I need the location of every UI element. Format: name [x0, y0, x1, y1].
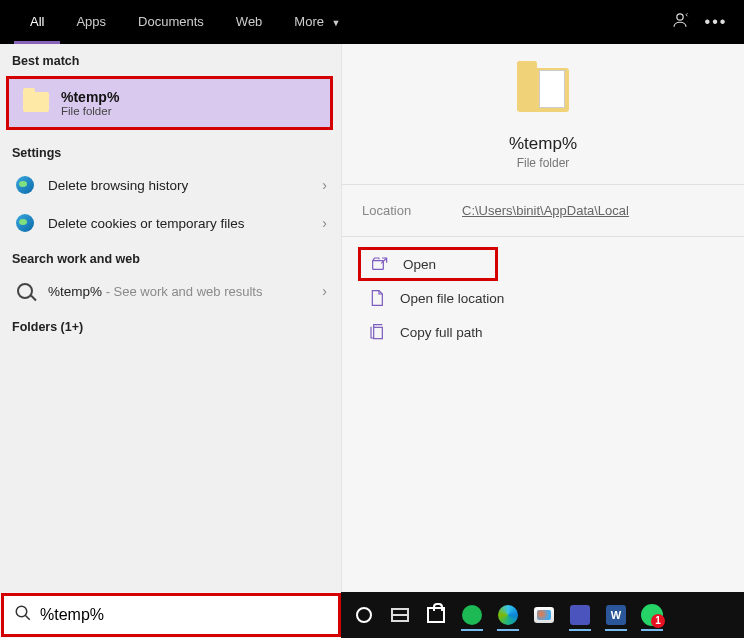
action-copy-full-path[interactable]: Copy full path: [358, 315, 728, 349]
taskbar-cortana[interactable]: [347, 598, 381, 632]
notification-badge: 1: [651, 614, 665, 628]
filter-tab-apps[interactable]: Apps: [60, 0, 122, 44]
settings-item-delete-history[interactable]: Delete browsing history ›: [0, 166, 341, 204]
best-match-title: %temp%: [61, 89, 119, 105]
taskbar-spotify[interactable]: [455, 598, 489, 632]
search-box[interactable]: [1, 593, 341, 637]
taskbar: W 1: [341, 592, 744, 638]
results-panel: Best match %temp% File folder Settings D…: [0, 44, 342, 592]
search-filter-bar: All Apps Documents Web More ▼ •••: [0, 0, 744, 44]
action-copy-path-label: Copy full path: [400, 325, 483, 340]
globe-icon: [14, 174, 36, 196]
taskbar-edge[interactable]: [491, 598, 525, 632]
file-location-icon: [366, 289, 388, 307]
location-label: Location: [362, 203, 462, 218]
settings-item-label: Delete browsing history: [48, 178, 322, 193]
settings-item-label: Delete cookies or temporary files: [48, 216, 322, 231]
taskbar-paint[interactable]: [527, 598, 561, 632]
web-search-suffix: - See work and web results: [102, 284, 262, 299]
best-match-subtitle: File folder: [61, 105, 119, 117]
teams-icon: [570, 605, 590, 625]
open-icon: [369, 255, 391, 273]
section-settings: Settings: [0, 136, 341, 166]
section-folders: Folders (1+): [0, 310, 341, 340]
filter-tab-more-label: More: [294, 14, 324, 29]
preview-title: %temp%: [342, 134, 744, 154]
action-open[interactable]: Open: [358, 247, 498, 281]
section-best-match: Best match: [0, 44, 341, 74]
filter-tab-web[interactable]: Web: [220, 0, 279, 44]
folder-icon: [23, 92, 49, 114]
taskbar-task-view[interactable]: [383, 598, 417, 632]
whatsapp-icon: 1: [641, 604, 663, 626]
location-path-link[interactable]: C:\Users\binit\AppData\Local: [462, 203, 629, 218]
action-open-label: Open: [403, 257, 436, 272]
best-match-result[interactable]: %temp% File folder: [6, 76, 333, 130]
settings-item-delete-cookies[interactable]: Delete cookies or temporary files ›: [0, 204, 341, 242]
web-search-query: %temp%: [48, 284, 102, 299]
more-options-icon[interactable]: •••: [698, 13, 734, 31]
search-input[interactable]: [40, 606, 328, 624]
taskbar-store[interactable]: [419, 598, 453, 632]
folder-large-icon: [517, 68, 569, 112]
word-icon: W: [606, 605, 626, 625]
web-search-item[interactable]: %temp% - See work and web results ›: [0, 272, 341, 310]
cortana-icon: [356, 607, 372, 623]
filter-tab-all[interactable]: All: [14, 0, 60, 44]
paint-icon: [534, 607, 554, 623]
spotify-icon: [462, 605, 482, 625]
taskbar-whatsapp[interactable]: 1: [635, 598, 669, 632]
section-search-web: Search work and web: [0, 242, 341, 272]
svg-point-3: [16, 606, 27, 617]
svg-rect-1: [373, 261, 384, 270]
action-open-file-location[interactable]: Open file location: [358, 281, 728, 315]
preview-panel: %temp% File folder Location C:\Users\bin…: [342, 44, 744, 592]
taskbar-teams[interactable]: [563, 598, 597, 632]
web-search-label: %temp% - See work and web results: [48, 284, 322, 299]
svg-rect-2: [374, 327, 383, 338]
action-open-location-label: Open file location: [400, 291, 504, 306]
chevron-down-icon: ▼: [332, 18, 341, 28]
filter-tab-more[interactable]: More ▼: [278, 0, 356, 44]
taskbar-word[interactable]: W: [599, 598, 633, 632]
svg-point-0: [677, 14, 683, 20]
filter-tab-documents[interactable]: Documents: [122, 0, 220, 44]
preview-location-row: Location C:\Users\binit\AppData\Local: [342, 184, 744, 237]
store-icon: [427, 607, 445, 623]
search-icon: [14, 280, 36, 302]
chevron-right-icon: ›: [322, 215, 327, 231]
chevron-right-icon: ›: [322, 283, 327, 299]
feedback-icon[interactable]: [662, 11, 698, 33]
copy-path-icon: [366, 323, 388, 341]
preview-subtitle: File folder: [342, 156, 744, 170]
chevron-right-icon: ›: [322, 177, 327, 193]
task-view-icon: [391, 608, 409, 622]
edge-icon: [498, 605, 518, 625]
search-icon: [14, 604, 32, 626]
globe-icon: [14, 212, 36, 234]
